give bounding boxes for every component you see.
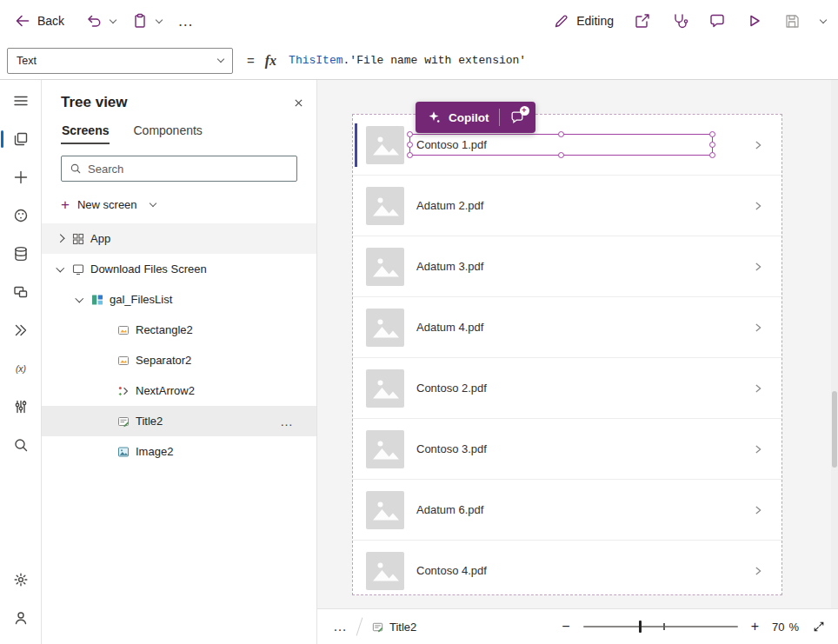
gallery-item[interactable]: Adatum 3.pdf	[353, 236, 781, 297]
image-placeholder[interactable]	[366, 552, 404, 590]
selection-handle[interactable]	[407, 131, 413, 137]
tree-view-icon[interactable]	[0, 120, 42, 158]
next-arrow-icon[interactable]	[752, 504, 764, 516]
file-name-label[interactable]: Adatum 4.pdf	[416, 321, 483, 334]
tree-node-title2[interactable]: Title2…	[42, 406, 316, 436]
power-automate-icon[interactable]	[0, 311, 42, 349]
next-arrow-icon[interactable]	[752, 200, 764, 212]
tree-node-nextarrow2[interactable]: NextArrow2	[42, 375, 316, 406]
gallery-item[interactable]: Contoso 3.pdf	[353, 419, 781, 480]
gallery-item[interactable]: Adatum 6.pdf	[353, 480, 781, 541]
data-icon[interactable]	[0, 235, 42, 273]
selection-handle[interactable]	[407, 142, 413, 148]
shape-icon	[116, 323, 130, 337]
undo-button[interactable]	[85, 12, 103, 30]
chevron-right-icon[interactable]	[54, 236, 66, 242]
next-arrow-icon[interactable]	[752, 261, 764, 273]
next-arrow-icon[interactable]	[752, 322, 764, 334]
theme-icon[interactable]	[0, 196, 42, 235]
new-screen-button[interactable]: + New screen	[42, 192, 316, 216]
file-name-label[interactable]: Contoso 1.pdf	[416, 138, 487, 151]
gallery-item[interactable]: Adatum 2.pdf	[353, 176, 781, 236]
paste-button[interactable]	[131, 12, 149, 30]
toolbar-overflow-button[interactable]	[821, 20, 826, 23]
image-placeholder[interactable]	[366, 309, 404, 347]
image-placeholder[interactable]	[366, 430, 404, 468]
gallery-item[interactable]: Adatum 4.pdf	[353, 297, 781, 358]
zoom-slider-thumb[interactable]	[639, 621, 642, 633]
tree-node-image2[interactable]: Image2	[42, 436, 316, 467]
tree-node-app[interactable]: App	[42, 223, 316, 254]
save-button[interactable]	[783, 12, 801, 30]
panel-title: Tree view	[61, 94, 293, 111]
image-placeholder[interactable]	[366, 369, 404, 408]
share-button[interactable]	[634, 12, 651, 30]
file-name-label[interactable]: Contoso 2.pdf	[416, 382, 487, 395]
copilot-button[interactable]: Copilot +	[416, 102, 535, 133]
copilot-chat-icon[interactable]: +	[509, 110, 525, 125]
next-arrow-icon[interactable]	[752, 443, 764, 455]
gallery-item[interactable]: Contoso 4.pdf	[353, 541, 781, 595]
scrollbar-thumb[interactable]	[832, 391, 837, 468]
selection-handle[interactable]	[709, 142, 715, 148]
file-name-label[interactable]: Contoso 3.pdf	[416, 442, 487, 455]
paste-dropdown-button[interactable]	[156, 20, 162, 23]
comments-button[interactable]	[708, 12, 726, 30]
image-placeholder[interactable]	[366, 187, 404, 225]
gallery-control[interactable]: Contoso 1.pdfAdatum 2.pdfAdatum 3.pdfAda…	[352, 114, 782, 595]
menu-icon[interactable]	[0, 82, 42, 120]
fit-to-window-button[interactable]	[812, 620, 826, 634]
zoom-out-button[interactable]: −	[562, 619, 569, 634]
search-input[interactable]	[88, 163, 289, 176]
next-arrow-icon[interactable]	[752, 382, 764, 395]
advanced-tools-icon[interactable]	[0, 388, 42, 426]
tab-components[interactable]: Components	[132, 120, 203, 144]
settings-icon[interactable]	[0, 561, 42, 599]
undo-dropdown-button[interactable]	[110, 20, 116, 23]
media-icon[interactable]	[0, 273, 42, 311]
file-name-label[interactable]: Adatum 6.pdf	[416, 503, 483, 516]
tree-node-rectangle2[interactable]: Rectangle2	[42, 315, 316, 345]
zoom-slider[interactable]	[583, 620, 738, 634]
app-checker-button[interactable]	[671, 12, 688, 30]
node-more-button[interactable]: …	[280, 414, 294, 428]
search-icon[interactable]	[0, 426, 42, 464]
preview-play-button[interactable]	[746, 12, 763, 30]
selection-handle[interactable]	[709, 152, 715, 158]
tab-screens[interactable]: Screens	[61, 120, 110, 144]
image-placeholder[interactable]	[366, 248, 404, 286]
canvas-scrollbar[interactable]	[831, 80, 838, 608]
file-name-label[interactable]: Adatum 3.pdf	[416, 260, 483, 273]
selected-control-breadcrumb[interactable]: Title2	[371, 621, 416, 634]
chevron-down-icon[interactable]	[73, 297, 85, 302]
selection-handle[interactable]	[558, 131, 564, 137]
zoom-in-button[interactable]: +	[751, 619, 759, 634]
chevron-down-icon	[156, 16, 163, 23]
editing-mode-button[interactable]: Editing	[553, 12, 614, 30]
variables-icon[interactable]: (x)	[0, 349, 42, 388]
image-placeholder[interactable]	[366, 126, 404, 164]
next-arrow-icon[interactable]	[752, 565, 764, 577]
back-button[interactable]: Back	[14, 12, 64, 30]
next-arrow-icon[interactable]	[752, 139, 764, 151]
tree-node-download-files-screen[interactable]: Download Files Screen	[42, 254, 316, 284]
more-commands-button[interactable]: …	[177, 12, 194, 30]
gallery-item[interactable]: Contoso 2.pdf	[353, 358, 781, 419]
status-more-button[interactable]: …	[333, 619, 348, 634]
image-placeholder[interactable]	[366, 491, 404, 529]
file-name-label[interactable]: Contoso 4.pdf	[416, 564, 487, 577]
help-icon[interactable]	[0, 599, 42, 637]
formula-input[interactable]: ThisItem.'File name with extension'	[289, 54, 838, 67]
chevron-down-icon[interactable]	[54, 267, 66, 271]
zoom-level[interactable]: 70 %	[772, 621, 799, 634]
close-panel-button[interactable]	[293, 97, 304, 109]
selection-handle[interactable]	[558, 152, 564, 158]
insert-icon[interactable]	[0, 158, 42, 196]
formula-property: 'File name with extension'	[349, 54, 526, 67]
selection-handle[interactable]	[407, 152, 413, 158]
tree-node-separator2[interactable]: Separator2	[42, 345, 316, 375]
tree-node-gal-fileslist[interactable]: gal_FilesList	[42, 284, 316, 315]
property-selector[interactable]: Text	[7, 48, 233, 74]
selection-handle[interactable]	[709, 131, 715, 137]
file-name-label[interactable]: Adatum 2.pdf	[416, 199, 483, 212]
